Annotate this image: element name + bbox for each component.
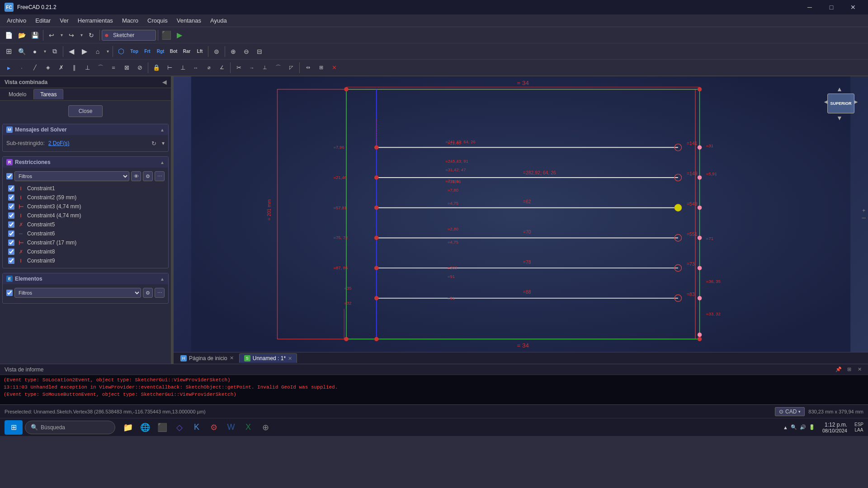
taskbar-app-edge[interactable]: 🌐 (137, 419, 153, 436)
taskbar-app-terminal[interactable]: ⬛ (154, 419, 170, 436)
constraint-item-4[interactable]: I Constraint4 (4,74 mm) (6, 211, 165, 220)
view-right-button[interactable]: Rgt (154, 45, 167, 58)
taskbar-app-kate[interactable]: K (189, 419, 205, 436)
stereo-button[interactable]: ⊚ (210, 45, 223, 58)
elements-all-checkbox[interactable] (6, 290, 13, 296)
tray-battery-icon[interactable]: 🔋 (809, 424, 815, 430)
home-view-dropdown[interactable]: ▾ (104, 45, 111, 58)
solver-dropdown-btn[interactable]: ▾ (162, 140, 165, 146)
taskbar-app-word[interactable]: W (223, 419, 239, 436)
nav-down-button[interactable]: ▼ (836, 114, 843, 122)
sketcher-lock-button[interactable]: 🔒 (150, 61, 163, 74)
constraint-item-6[interactable]: ─ Constraint6 (6, 229, 165, 238)
zoom-out-button[interactable]: ⊖ (240, 45, 253, 58)
refresh-button[interactable]: ↻ (85, 29, 98, 42)
clock-area[interactable]: 1:12 p.m. 08/10/2024 (822, 422, 847, 433)
constraint-item-5[interactable]: ✗ Constraint5 (6, 220, 165, 229)
sketcher-constraint-fix[interactable]: ✗ (55, 61, 67, 74)
menu-ayuda[interactable]: Ayuda (206, 15, 231, 26)
fit-all-button[interactable]: ⊞ (2, 45, 15, 58)
back-nav-button[interactable]: ◀ (65, 45, 78, 58)
taskbar-app-other[interactable]: ⊕ (257, 419, 274, 436)
nav-up-button[interactable]: ▲ (836, 85, 843, 93)
tab-unnamed-close[interactable]: ✕ (288, 356, 292, 361)
menu-ver[interactable]: Ver (55, 15, 73, 26)
tab-unnamed[interactable]: S Unnamed : 1* ✕ (239, 353, 297, 363)
sketcher-close-button[interactable]: ✕ (328, 61, 340, 74)
panel-collapse-icon[interactable]: ◀ (162, 79, 166, 85)
constraints-filter-select[interactable]: Filtros (14, 171, 129, 181)
fit-selection-button[interactable]: 🔍 (15, 45, 28, 58)
cad-badge[interactable]: ⊙ CAD ▾ (775, 407, 805, 416)
menu-macro[interactable]: Macro (118, 15, 143, 26)
menu-archivo[interactable]: Archivo (2, 15, 31, 26)
sketcher-horizontal-button[interactable]: ⊢ (163, 61, 176, 74)
view-bottom-button[interactable]: Bot (167, 45, 180, 58)
sketcher-constraint-parallel[interactable]: ∥ (68, 61, 80, 74)
clip-button[interactable]: ⧉ (48, 45, 61, 58)
sketcher-chamfer-button[interactable]: ◸ (285, 61, 297, 74)
solver-section-header[interactable]: M Mensajes del Solver ▲ (3, 124, 168, 135)
elements-more-button[interactable]: ⋯ (155, 288, 165, 298)
home-view-button[interactable]: ⌂ (91, 45, 104, 58)
taskbar-app-freecad[interactable]: ⚙ (206, 419, 222, 436)
view-front-button[interactable]: Frt (141, 45, 154, 58)
redo-button[interactable]: ↪ (65, 29, 78, 42)
close-button[interactable]: ✕ (843, 0, 863, 14)
menu-editar[interactable]: Editar (31, 15, 55, 26)
constraints-all-checkbox[interactable] (6, 173, 13, 179)
constraint-item-2[interactable]: I Constraint2 (59 mm) (6, 193, 165, 202)
sketcher-trim-button[interactable]: ✂ (232, 61, 245, 74)
workbench-selector[interactable]: Sketcher (102, 30, 156, 41)
menu-herramientas[interactable]: Herramientas (73, 15, 118, 26)
sketcher-angle-button[interactable]: ∠ (216, 61, 228, 74)
new-file-button[interactable]: 📄 (2, 29, 15, 42)
constraint-item-7[interactable]: ⊢ Constraint7 (17 mm) (6, 238, 165, 247)
tray-volume-icon[interactable]: 🔊 (800, 424, 806, 430)
sketcher-split-button[interactable]: ⊥ (259, 61, 271, 74)
sketcher-mirror-button[interactable]: ⇔ (302, 61, 314, 74)
sketcher-constraint-coincident[interactable]: ◈ (42, 61, 54, 74)
nav-left-button[interactable]: ◄ (823, 98, 829, 105)
start-button[interactable]: ⊞ (5, 420, 23, 435)
elements-section-header[interactable]: E Elementos ▲ (3, 273, 168, 284)
sketcher-point-button[interactable]: · (15, 61, 28, 74)
sketcher-line-button[interactable]: ╱ (28, 61, 41, 74)
elements-filter-select[interactable]: Filtros (14, 288, 141, 298)
close-sketcher-button[interactable]: Close (68, 105, 103, 117)
sketcher-vertical-button[interactable]: ⊥ (176, 61, 189, 74)
dof-value[interactable]: 2 DoF(s) (48, 140, 70, 146)
constraints-section-header[interactable]: R Restricciones ▲ (3, 157, 168, 168)
taskbar-app-files[interactable]: 📁 (120, 419, 136, 436)
minimize-button[interactable]: ─ (799, 0, 820, 14)
constraints-settings-button[interactable]: ⚙ (143, 171, 153, 181)
nav-right-button[interactable]: ► (853, 98, 859, 105)
tab-homepage-close[interactable]: ✕ (230, 355, 234, 361)
constraint-item-3[interactable]: ⊢ Constraint3 (4,74 mm) (6, 202, 165, 211)
sketcher-extend-button[interactable]: → (245, 61, 258, 74)
draw-style-button[interactable]: ● (28, 45, 41, 58)
solver-refresh-button[interactable]: ↻ (149, 139, 158, 148)
fwd-nav-button[interactable]: ▶ (78, 45, 91, 58)
sketcher-fillet-button[interactable]: ⌒ (272, 61, 284, 74)
taskbar-app-excel[interactable]: X (240, 419, 256, 436)
menu-ventanas[interactable]: Ventanas (172, 15, 206, 26)
sketcher-radius-button[interactable]: ⌀ (203, 61, 215, 74)
redo-dropdown[interactable]: ▾ (78, 29, 85, 42)
constraint-item-8[interactable]: ✗ Constraint8 (6, 247, 165, 256)
stop-button[interactable]: ⬛ (160, 29, 173, 42)
report-maximize-button[interactable]: ⊞ (845, 366, 853, 374)
taskbar-search[interactable]: 🔍 Búsqueda (25, 421, 115, 434)
tab-homepage[interactable]: H Página de inicio ✕ (176, 354, 238, 363)
sketcher-select-button[interactable]: ▸ (2, 61, 15, 74)
maximize-button[interactable]: □ (821, 0, 842, 14)
undo-button[interactable]: ↩ (45, 29, 58, 42)
constraints-more-button[interactable]: ⋯ (155, 171, 165, 181)
view-top-button[interactable]: Top (128, 45, 141, 58)
play-button[interactable]: ▶ (173, 29, 186, 42)
menu-croquis[interactable]: Croquis (143, 15, 172, 26)
tab-modelo[interactable]: Modelo (2, 89, 33, 99)
navigation-cube[interactable]: SUPERIOR ▲ ▼ ◄ ► (823, 85, 859, 122)
perspective-button[interactable]: ⬡ (115, 45, 127, 58)
cube-front-face[interactable]: SUPERIOR (827, 94, 854, 113)
